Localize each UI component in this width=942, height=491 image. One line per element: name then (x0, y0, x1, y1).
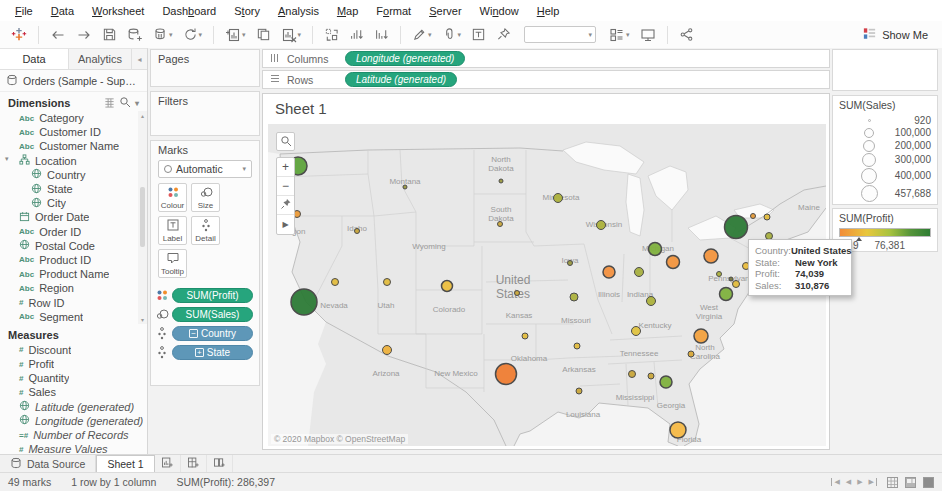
pill-state[interactable]: +State (172, 345, 253, 360)
datasource-row[interactable]: Orders (Sample - Supers... (0, 70, 147, 92)
field-sales[interactable]: #Sales (0, 385, 147, 399)
pill-sum-profit-[interactable]: SUM(Profit) (172, 288, 253, 303)
redo-button[interactable] (73, 24, 95, 46)
add-datasource-button[interactable] (124, 24, 146, 46)
mark-ohio[interactable] (667, 256, 680, 269)
nav-first-icon[interactable]: ◀ (831, 478, 839, 486)
mark-alabama[interactable] (648, 373, 654, 379)
nav-next-icon[interactable]: ▶ (857, 478, 862, 486)
group-members-button[interactable]: ▾ (439, 24, 465, 46)
menu-worksheet[interactable]: Worksheet (83, 2, 153, 20)
mark-type-dropdown[interactable]: Automatic ▾ (158, 160, 252, 178)
undo-button[interactable] (47, 24, 69, 46)
dimensions-scrollbar[interactable]: ▴ ▾ (138, 111, 147, 324)
field-country[interactable]: Country (0, 168, 147, 182)
mark-indiana[interactable] (635, 268, 644, 277)
field-product-name[interactable]: AbcProduct Name (0, 267, 147, 281)
mark-michigan[interactable] (649, 243, 662, 256)
new-worksheet-button[interactable]: ▾ (222, 24, 249, 46)
view-grid-icon[interactable] (887, 477, 898, 488)
mark-mississippi[interactable] (629, 371, 636, 378)
field-segment[interactable]: AbcSegment (0, 310, 147, 324)
swap-rows-columns-button[interactable] (321, 24, 342, 46)
size-button[interactable]: Size (191, 183, 220, 212)
detail-button[interactable]: Detail (191, 216, 220, 245)
pages-card[interactable]: Pages (150, 49, 260, 87)
clear-sheet-button[interactable]: ▾ (278, 24, 305, 46)
mark-delaware[interactable] (729, 277, 733, 281)
mark-nevada[interactable] (332, 279, 339, 286)
fit-selector[interactable]: ▾ (524, 26, 596, 43)
menu-map[interactable]: Map (328, 2, 367, 20)
mark-idaho[interactable] (355, 229, 360, 234)
mark-new-york[interactable] (725, 216, 748, 239)
mark-colorado[interactable] (442, 281, 453, 292)
highlight-button[interactable]: ▾ (409, 24, 435, 46)
mark-arizona[interactable] (383, 346, 392, 355)
mark-florida[interactable] (670, 422, 686, 438)
view-data-grid-icon[interactable] (104, 97, 115, 110)
mark-vermont[interactable] (751, 214, 756, 219)
share-button[interactable] (676, 24, 697, 46)
field-number-of-records[interactable]: =#Number of Records (0, 428, 147, 442)
show-mark-labels-button[interactable] (468, 24, 489, 46)
map-view[interactable]: UnitedStatesMontanaNorthDakotaMinnesotaS… (268, 124, 826, 446)
label-button[interactable]: Label (158, 216, 187, 245)
new-story-tab-button[interactable] (207, 455, 233, 472)
save-button[interactable] (99, 24, 120, 46)
mark-minnesota[interactable] (554, 194, 563, 203)
menu-analysis[interactable]: Analysis (269, 2, 328, 20)
mark-texas[interactable] (496, 364, 517, 385)
tab-data-source[interactable]: Data Source (0, 455, 96, 472)
columns-pill-longitude[interactable]: Longitude (generated) (345, 51, 465, 66)
field-state[interactable]: State (0, 182, 147, 196)
field-longitude-generated-[interactable]: Longitude (generated) (0, 414, 147, 428)
tab-analytics[interactable]: Analytics (69, 49, 132, 69)
mark-pennsylvania[interactable] (704, 249, 718, 263)
mark-montana[interactable] (403, 185, 407, 189)
nav-prev-icon[interactable]: ◀ (846, 478, 851, 486)
field-profit[interactable]: #Profit (0, 357, 147, 371)
mark-iowa[interactable] (568, 261, 573, 266)
field-postal-code[interactable]: Postal Code (0, 239, 147, 253)
run-auto-updates-button[interactable]: ▾ (180, 24, 206, 46)
presentation-mode-button[interactable] (637, 24, 659, 46)
field-order-date[interactable]: Order Date (0, 210, 147, 224)
rows-pill-latitude[interactable]: Latitude (generated) (345, 72, 457, 87)
mark-georgia[interactable] (660, 376, 672, 388)
field-region[interactable]: AbcRegion (0, 281, 147, 295)
mark-missouri[interactable] (570, 293, 578, 301)
map-tools-expand-button[interactable]: ▶ (277, 215, 294, 234)
field-customer-name[interactable]: AbcCustomer Name (0, 139, 147, 153)
mark-wisconsin[interactable] (597, 221, 606, 230)
pill-sum-sales-[interactable]: SUM(Sales) (172, 307, 253, 322)
field-discount[interactable]: #Discount (0, 343, 147, 357)
pane-menu-caret-icon[interactable]: ▾ (135, 99, 139, 108)
new-dashboard-tab-button[interactable] (181, 455, 207, 472)
duplicate-sheet-button[interactable] (253, 24, 274, 46)
mark-south-carolina[interactable] (688, 351, 694, 357)
zoom-in-button[interactable]: + (277, 158, 294, 177)
field-order-id[interactable]: AbcOrder ID (0, 225, 147, 239)
field-product-id[interactable]: AbcProduct ID (0, 253, 147, 267)
field-customer-id[interactable]: AbcCustomer ID (0, 125, 147, 139)
scroll-down-icon[interactable]: ▾ (141, 316, 144, 323)
mark-illinois[interactable] (603, 266, 615, 278)
rows-shelf[interactable]: Rows Latitude (generated) (262, 70, 830, 89)
tab-sheet-1[interactable]: Sheet 1 (96, 455, 154, 472)
fix-axes-button[interactable] (493, 24, 514, 46)
view-image-icon[interactable] (923, 477, 934, 488)
mark-north-dakota[interactable] (499, 179, 503, 183)
field-category[interactable]: AbcCategory (0, 111, 147, 125)
field-latitude-generated-[interactable]: Latitude (generated) (0, 400, 147, 414)
mark-south-dakota[interactable] (498, 222, 503, 227)
tableau-logo-button[interactable] (8, 24, 30, 46)
mark-new-hampshire[interactable] (764, 214, 770, 220)
menu-story[interactable]: Story (225, 2, 269, 20)
show-hide-cards-button[interactable]: ▾ (606, 24, 633, 46)
mark-north-carolina[interactable] (694, 329, 708, 343)
mark-arkansas[interactable] (574, 343, 580, 349)
pill-country[interactable]: −Country (172, 326, 253, 341)
field-city[interactable]: City (0, 196, 147, 210)
menu-format[interactable]: Format (367, 2, 420, 20)
